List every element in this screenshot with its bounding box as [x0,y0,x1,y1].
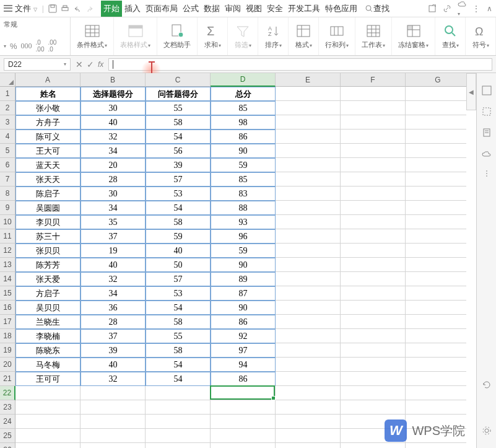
cell-B17[interactable]: 28 [80,315,146,329]
cell-C15[interactable]: 53 [146,286,211,301]
cell-D7[interactable]: 85 [211,172,276,187]
tab-8[interactable]: 开发工具 [285,1,323,17]
cell-C25[interactable] [146,429,211,443]
cell-B24[interactable] [80,415,146,429]
select-all-corner[interactable] [0,73,15,87]
side-backup-icon[interactable] [482,149,492,159]
cell-A11[interactable]: 苏三十 [15,229,80,244]
row-head-5[interactable]: 5 [0,144,15,158]
cell-F3[interactable] [341,115,406,130]
cell-E1[interactable] [276,87,341,101]
increase-decimal-icon[interactable]: .0.00 [36,39,45,53]
cell-B2[interactable]: 30 [80,101,146,115]
cell-D23[interactable] [211,400,276,415]
ribbon-冻结窗格[interactable]: 冻结窗格▾ [392,17,435,55]
cell-E2[interactable] [276,101,341,115]
row-head-25[interactable]: 25 [0,429,15,443]
row-head-23[interactable]: 23 [0,400,15,415]
ribbon-排序[interactable]: AZ排序▾ [258,17,289,55]
cell-C4[interactable]: 54 [146,130,211,144]
cell-E22[interactable] [276,386,341,400]
cell-B23[interactable] [80,400,146,415]
cell-E19[interactable] [276,343,341,358]
cell-E23[interactable] [276,400,341,415]
cell-F10[interactable] [341,215,406,229]
cell-B8[interactable]: 30 [80,187,146,201]
more-icon[interactable]: ⋮ [472,4,481,13]
cell-A1[interactable]: 姓名 [15,87,80,101]
cell-C17[interactable]: 58 [146,315,211,329]
cell-D3[interactable]: 98 [211,115,276,130]
cell-E3[interactable] [276,115,341,130]
cell-G8[interactable] [406,187,466,201]
cell-E16[interactable] [276,301,341,315]
search-menu[interactable]: 查找 [365,3,389,14]
tab-7[interactable]: 安全 [264,1,285,17]
cloud-icon[interactable]: ▾ [458,0,466,17]
cell-B26[interactable] [80,443,146,448]
cell-F15[interactable] [341,286,406,301]
cell-G2[interactable] [406,101,466,115]
cell-G18[interactable] [406,329,466,343]
row-head-18[interactable]: 18 [0,329,15,343]
cell-D11[interactable]: 96 [211,229,276,244]
cell-E13[interactable] [276,258,341,272]
row-head-21[interactable]: 21 [0,372,15,386]
row-head-22[interactable]: 22 [0,386,15,400]
cell-A24[interactable] [15,415,80,429]
cell-C9[interactable]: 54 [146,201,211,215]
cell-C3[interactable]: 58 [146,115,211,130]
share-icon[interactable] [428,4,437,13]
side-toggle[interactable]: ◀ [466,73,476,110]
cell-E18[interactable] [276,329,341,343]
cell-D4[interactable]: 86 [211,130,276,144]
cell-G21[interactable] [406,372,466,386]
cell-B6[interactable]: 20 [80,158,146,172]
row-head-1[interactable]: 1 [0,87,15,101]
cell-E8[interactable] [276,187,341,201]
cell-G23[interactable] [406,400,466,415]
cell-D5[interactable]: 90 [211,144,276,158]
cell-A14[interactable]: 张天爱 [15,272,80,286]
confirm-formula-icon[interactable]: ✓ [87,59,94,69]
tab-4[interactable]: 数据 [201,1,222,17]
cell-E26[interactable] [276,443,341,448]
cell-A22[interactable] [15,386,80,400]
cell-F12[interactable] [341,244,406,258]
tab-2[interactable]: 页面布局 [143,1,180,17]
col-head-C[interactable]: C [146,73,211,87]
cell-G12[interactable] [406,244,466,258]
col-head-G[interactable]: G [406,73,466,87]
cell-B20[interactable]: 40 [80,358,146,372]
cell-F21[interactable] [341,372,406,386]
cell-C23[interactable] [146,400,211,415]
hamburger-icon[interactable] [4,4,12,13]
row-head-9[interactable]: 9 [0,201,15,215]
cell-F1[interactable] [341,87,406,101]
cell-C22[interactable] [146,386,211,400]
cell-A8[interactable]: 陈启子 [15,187,80,201]
cell-B12[interactable]: 19 [80,244,146,258]
cell-E6[interactable] [276,158,341,172]
cell-G3[interactable] [406,115,466,130]
expand-icon[interactable]: ∧ [487,4,492,13]
cell-E7[interactable] [276,172,341,187]
cell-C2[interactable]: 55 [146,101,211,115]
row-head-7[interactable]: 7 [0,172,15,187]
tab-9[interactable]: 特色应用 [323,1,360,17]
cell-B3[interactable]: 40 [80,115,146,130]
cell-E15[interactable] [276,286,341,301]
cell-C11[interactable]: 59 [146,229,211,244]
cell-D19[interactable]: 97 [211,343,276,358]
cell-G11[interactable] [406,229,466,244]
col-head-A[interactable]: A [15,73,80,87]
cell-C19[interactable]: 58 [146,343,211,358]
cell-A15[interactable]: 方启子 [15,286,80,301]
save-icon[interactable] [48,4,58,14]
cell-F11[interactable] [341,229,406,244]
row-head-13[interactable]: 13 [0,258,15,272]
cell-E11[interactable] [276,229,341,244]
tab-1[interactable]: 插入 [122,1,143,17]
tab-6[interactable]: 视图 [243,1,264,17]
cell-A10[interactable]: 李贝贝 [15,215,80,229]
